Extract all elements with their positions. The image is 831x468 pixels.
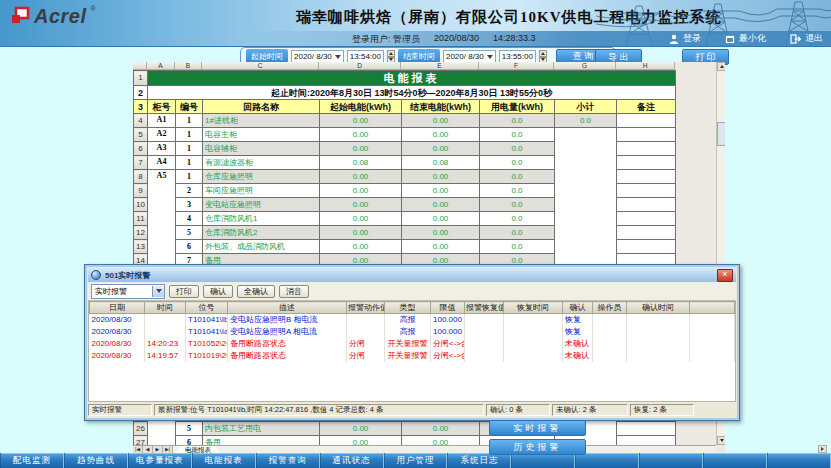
alarm-column-header[interactable]: 类型: [385, 302, 431, 314]
row-number[interactable]: 2: [134, 86, 148, 100]
column-letter[interactable]: C: [202, 62, 319, 70]
circuit-no-cell[interactable]: 5: [176, 226, 203, 240]
value-cell[interactable]: 0.00: [402, 128, 480, 142]
circuit-name-cell[interactable]: 变电站应急照明: [203, 198, 320, 212]
value-cell[interactable]: 0.00: [320, 142, 402, 156]
remark-cell[interactable]: [617, 198, 676, 212]
value-cell[interactable]: 0.00: [402, 142, 480, 156]
value-cell[interactable]: 0.00: [402, 212, 480, 226]
alarm-column-header[interactable]: 操作员: [593, 302, 627, 314]
alarm-column-header[interactable]: 位号: [186, 302, 228, 314]
circuit-name-cell[interactable]: 有源滤波器柜: [203, 156, 320, 170]
circuit-name-cell[interactable]: 1#进线柜: [203, 114, 320, 128]
nav-item-6[interactable]: 通讯状态: [320, 453, 384, 468]
alarm-row[interactable]: 2020/08/3014:20:23T101052\2C1备用断路器状态分闸开关…: [90, 338, 735, 350]
nav-item-3[interactable]: 电参量报表: [128, 453, 192, 468]
last-sheet-icon[interactable]: ▶|: [163, 446, 173, 453]
circuit-name-cell[interactable]: 内包装工艺用电: [203, 422, 320, 436]
remark-cell[interactable]: [617, 156, 676, 170]
time-range-cell[interactable]: 起止时间:2020年8月30日 13时54分0秒—2020年8月30日 13时5…: [148, 86, 676, 100]
circuit-name-cell[interactable]: 外包装、成品消防风机: [203, 240, 320, 254]
value-cell[interactable]: 0.0: [480, 226, 555, 240]
row-number[interactable]: 1: [134, 71, 148, 86]
row-number[interactable]: 12: [134, 226, 148, 240]
scrollbar-thumb[interactable]: [717, 122, 725, 146]
value-cell[interactable]: 0.00: [320, 170, 402, 184]
remark-cell[interactable]: [617, 114, 676, 128]
circuit-name-cell[interactable]: 仓库应急照明: [203, 170, 320, 184]
value-cell[interactable]: 0.00: [320, 128, 402, 142]
alarm-ack-button[interactable]: 确认: [203, 285, 233, 298]
nav-item-5[interactable]: 报警查询: [256, 453, 320, 468]
alarm-column-header[interactable]: 恢复时间: [504, 302, 563, 314]
row-number[interactable]: 10: [134, 198, 148, 212]
remark-cell[interactable]: [617, 226, 676, 240]
alarm-menu-item-history[interactable]: 历史报警: [489, 439, 586, 455]
nav-item-7[interactable]: 用户管理: [384, 453, 448, 468]
circuit-no-cell[interactable]: 1: [176, 114, 203, 128]
value-cell[interactable]: 0.0: [480, 198, 555, 212]
alarm-column-header[interactable]: 描述: [228, 302, 347, 314]
row-number[interactable]: 11: [134, 212, 148, 226]
column-letter[interactable]: B: [175, 62, 202, 70]
column-header[interactable]: 起始电能(kWh): [320, 100, 402, 114]
column-letter[interactable]: F: [479, 62, 554, 70]
circuit-name-cell[interactable]: 仓库消防风机2: [203, 226, 320, 240]
remark-cell[interactable]: [617, 142, 676, 156]
column-header[interactable]: 编号: [176, 100, 203, 114]
column-header[interactable]: 小计: [555, 100, 617, 114]
report-title-cell[interactable]: 电能报表: [148, 71, 676, 86]
column-letter[interactable]: E: [401, 62, 479, 70]
value-cell[interactable]: 0.00: [320, 226, 402, 240]
nav-item-4[interactable]: 电能报表: [192, 453, 256, 468]
sheet-corner-cell[interactable]: [133, 62, 147, 70]
circuit-no-cell[interactable]: 1: [176, 128, 203, 142]
column-header[interactable]: 柜号: [148, 100, 176, 114]
value-cell[interactable]: 0.00: [402, 198, 480, 212]
value-cell[interactable]: 0.00: [320, 240, 402, 254]
next-sheet-icon[interactable]: ▶: [153, 446, 163, 453]
alarm-column-header[interactable]: 报警动作值: [347, 302, 385, 314]
sheet-tab-energy-report[interactable]: 电能报表: [176, 446, 220, 453]
value-cell[interactable]: 0.00: [320, 422, 402, 436]
value-cell[interactable]: 0.00: [402, 170, 480, 184]
remark-cell[interactable]: [617, 240, 676, 254]
circuit-no-cell[interactable]: 2: [176, 184, 203, 198]
remark-cell[interactable]: [617, 128, 676, 142]
value-cell[interactable]: 0.00: [402, 184, 480, 198]
row-number[interactable]: 7: [134, 156, 148, 170]
column-letter[interactable]: H: [616, 62, 675, 70]
value-cell[interactable]: 0.0: [480, 170, 555, 184]
alarm-column-header[interactable]: 限值: [431, 302, 465, 314]
value-cell[interactable]: 0.00: [402, 114, 480, 128]
alarm-row[interactable]: 2020/08/30T101041\Ib变电站应急照明B 相电流高报100.00…: [90, 314, 735, 327]
column-header[interactable]: 备注: [617, 100, 676, 114]
alarm-mute-button[interactable]: 消音: [279, 285, 309, 298]
circuit-name-cell[interactable]: 电容辅柜: [203, 142, 320, 156]
alarm-filter-select[interactable]: 实时报警: [91, 284, 165, 299]
cabinet-cell[interactable]: A5: [148, 170, 176, 268]
alarm-column-header[interactable]: 日期: [90, 302, 145, 314]
alarm-column-header[interactable]: 确认: [563, 302, 593, 314]
column-letter[interactable]: A: [147, 62, 175, 70]
value-cell[interactable]: 0.00: [320, 212, 402, 226]
column-header[interactable]: 用电量(kWh): [480, 100, 555, 114]
remark-cell[interactable]: [617, 184, 676, 198]
alarm-row[interactable]: 2020/08/3014:19:57T101019\2C1备用断路器状态分闸开关…: [90, 350, 735, 362]
cabinet-cell[interactable]: A4: [148, 156, 176, 170]
column-header[interactable]: 结束电能(kWh): [402, 100, 480, 114]
first-sheet-icon[interactable]: |◀: [133, 446, 143, 453]
alarm-row[interactable]: 2020/08/30T101041\Ia变电站应急照明A 相电流高报100.00…: [90, 326, 735, 338]
value-cell[interactable]: 0.08: [402, 156, 480, 170]
circuit-no-cell[interactable]: 6: [176, 240, 203, 254]
cabinet-cell[interactable]: A3: [148, 142, 176, 156]
alarm-column-header[interactable]: 时间: [145, 302, 186, 314]
remark-cell[interactable]: [617, 170, 676, 184]
row-number[interactable]: 4: [134, 114, 148, 128]
subtotal-cell[interactable]: 0.0: [555, 114, 617, 128]
cabinet-cell[interactable]: A2: [148, 128, 176, 142]
value-cell[interactable]: 0.00: [320, 198, 402, 212]
nav-item-8[interactable]: 系统日志: [447, 453, 511, 468]
value-cell[interactable]: 0.0: [480, 240, 555, 254]
value-cell[interactable]: 0.08: [320, 156, 402, 170]
